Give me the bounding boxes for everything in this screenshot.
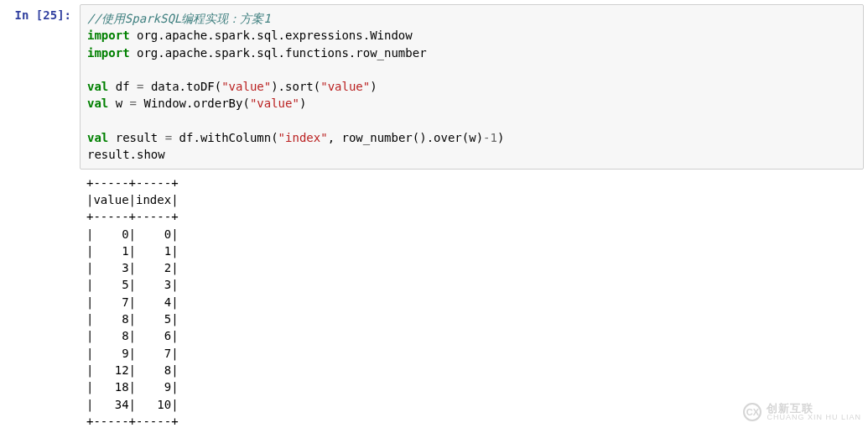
num-one: 1 [491,131,497,144]
code-input[interactable]: //使用SparkSQL编程实现：方案1 import org.apache.s… [80,4,864,170]
table-row: | 18| 9| [86,380,179,394]
expr-df-b: ).sort( [271,80,320,93]
kw-val-2: val [87,97,108,110]
table-row: | 5| 3| [86,278,179,291]
table-row: | 0| 0| [86,227,179,241]
str-value-1: "value" [221,80,271,93]
table-row: | 7| 4| [86,295,179,309]
input-prompt: In [25]: [4,4,80,428]
str-value-2: "value" [320,80,370,93]
import-path-1: org.apache.spark.sql.expressions.Window [130,29,413,42]
expr-w-b: ) [299,97,306,110]
expr-df-c: ) [370,80,377,93]
expr-res-a: df.withColumn( [172,131,278,144]
watermark-logo-icon: CX [743,403,761,421]
table-row: | 3| 2| [86,261,179,274]
expr-df-a: data.toDF( [143,80,221,93]
table-row: | 1| 1| [86,244,179,258]
var-w: w [108,97,129,110]
expr-show: result.show [87,148,165,161]
watermark: CX 创新互联 CHUANG XIN HU LIAN [743,403,861,421]
op-eq-2: = [130,97,137,110]
var-df: df [108,80,137,93]
code-comment: //使用SparkSQL编程实现：方案1 [87,12,271,25]
str-index: "index" [278,131,328,144]
table-sep-bottom: +-----+-----+ [86,415,179,428]
op-minus: - [483,131,490,144]
table-row: | 8| 6| [86,329,179,342]
watermark-en: CHUANG XIN HU LIAN [767,414,861,421]
table-row: | 12| 8| [86,363,179,377]
str-value-3: "value" [250,97,299,110]
table-sep-mid: +-----+-----+ [86,210,179,223]
expr-res-c: ) [497,131,504,144]
table-header: |value|index| [86,193,179,206]
kw-val-3: val [87,131,108,144]
expr-res-b: , row_number().over(w) [328,131,483,144]
table-row: | 8| 5| [86,312,179,326]
table-row: | 9| 7| [86,347,179,360]
expr-w-a: Window.orderBy( [137,97,250,110]
notebook-cell: In [25]: //使用SparkSQL编程实现：方案1 import org… [0,0,868,428]
code-output: +-----+-----+ |value|index| +-----+-----… [80,170,864,428]
watermark-text: 创新互联 CHUANG XIN HU LIAN [767,403,861,421]
cell-content: //使用SparkSQL编程实现：方案1 import org.apache.s… [80,4,864,428]
op-eq-3: = [165,131,172,144]
kw-val-1: val [87,80,108,93]
kw-import-2: import [87,46,130,60]
var-result: result [108,131,164,144]
kw-import-1: import [87,29,130,42]
import-path-2: org.apache.spark.sql.functions.row_numbe… [130,46,427,60]
table-sep-top: +-----+-----+ [86,176,179,190]
table-row: | 34| 10| [86,398,179,411]
